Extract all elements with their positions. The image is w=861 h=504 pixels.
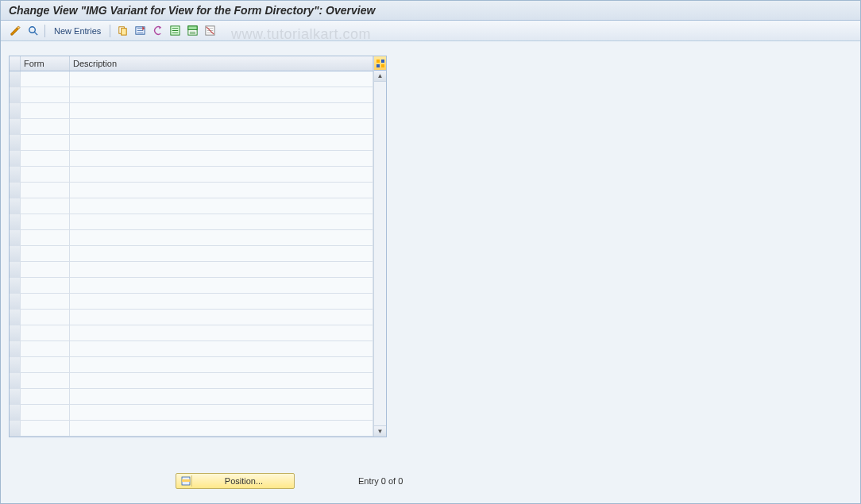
select-block-icon[interactable] xyxy=(184,24,200,38)
row-selector[interactable] xyxy=(10,71,21,87)
scroll-down-icon[interactable]: ▼ xyxy=(374,425,386,437)
table-row[interactable] xyxy=(10,357,373,373)
table-row[interactable] xyxy=(10,230,373,246)
table-row[interactable] xyxy=(10,278,373,294)
cell-description[interactable] xyxy=(70,103,373,118)
cell-description[interactable] xyxy=(70,421,373,436)
cell-description[interactable] xyxy=(70,198,373,214)
cell-form[interactable] xyxy=(21,183,70,198)
cell-form[interactable] xyxy=(21,214,70,229)
table-row[interactable] xyxy=(10,389,373,405)
row-selector[interactable] xyxy=(10,198,21,214)
cell-form[interactable] xyxy=(21,135,70,150)
cell-form[interactable] xyxy=(21,198,70,214)
cell-description[interactable] xyxy=(70,246,373,261)
cell-form[interactable] xyxy=(21,71,70,87)
cell-description[interactable] xyxy=(70,135,373,150)
cell-description[interactable] xyxy=(70,230,373,245)
row-selector[interactable] xyxy=(10,405,21,420)
table-row[interactable] xyxy=(10,198,373,214)
table-row[interactable] xyxy=(10,421,373,437)
row-selector[interactable] xyxy=(10,151,21,166)
other-view-icon[interactable] xyxy=(25,24,41,38)
table-row[interactable] xyxy=(10,373,373,389)
table-row[interactable] xyxy=(10,119,373,135)
delete-icon[interactable] xyxy=(132,24,148,38)
cell-description[interactable] xyxy=(70,151,373,166)
new-entries-button[interactable]: New Entries xyxy=(49,26,106,36)
row-selector[interactable] xyxy=(10,357,21,372)
cell-description[interactable] xyxy=(70,87,373,102)
row-selector[interactable] xyxy=(10,262,21,277)
table-row[interactable] xyxy=(10,262,373,278)
cell-form[interactable] xyxy=(21,262,70,277)
cell-description[interactable] xyxy=(70,325,373,340)
copy-as-icon[interactable] xyxy=(114,24,130,38)
cell-form[interactable] xyxy=(21,389,70,404)
table-row[interactable] xyxy=(10,341,373,357)
cell-form[interactable] xyxy=(21,341,70,356)
row-selector[interactable] xyxy=(10,119,21,134)
table-row[interactable] xyxy=(10,294,373,310)
table-row[interactable] xyxy=(10,103,373,119)
cell-description[interactable] xyxy=(70,262,373,277)
cell-description[interactable] xyxy=(70,405,373,420)
row-selector[interactable] xyxy=(10,230,21,245)
scroll-track[interactable] xyxy=(374,82,386,425)
cell-form[interactable] xyxy=(21,230,70,245)
undo-change-icon[interactable] xyxy=(149,24,165,38)
row-selector[interactable] xyxy=(10,183,21,198)
scroll-up-icon[interactable]: ▲ xyxy=(374,71,386,82)
cell-form[interactable] xyxy=(21,246,70,261)
cell-form[interactable] xyxy=(21,373,70,388)
cell-description[interactable] xyxy=(70,167,373,182)
cell-description[interactable] xyxy=(70,183,373,198)
row-selector[interactable] xyxy=(10,310,21,325)
column-header-selector[interactable] xyxy=(10,56,21,71)
table-row[interactable] xyxy=(10,87,373,103)
table-row[interactable] xyxy=(10,71,373,87)
position-button[interactable]: Position... xyxy=(176,473,295,489)
cell-description[interactable] xyxy=(70,278,373,293)
cell-description[interactable] xyxy=(70,357,373,372)
toggle-change-icon[interactable] xyxy=(7,24,23,38)
row-selector[interactable] xyxy=(10,167,21,182)
table-row[interactable] xyxy=(10,214,373,230)
row-selector[interactable] xyxy=(10,341,21,356)
table-row[interactable] xyxy=(10,310,373,325)
cell-form[interactable] xyxy=(21,310,70,325)
row-selector[interactable] xyxy=(10,246,21,261)
row-selector[interactable] xyxy=(10,135,21,150)
cell-form[interactable] xyxy=(21,278,70,293)
table-row[interactable] xyxy=(10,135,373,151)
cell-form[interactable] xyxy=(21,421,70,436)
cell-description[interactable] xyxy=(70,310,373,325)
cell-description[interactable] xyxy=(70,294,373,309)
table-row[interactable] xyxy=(10,246,373,262)
cell-form[interactable] xyxy=(21,103,70,118)
table-row[interactable] xyxy=(10,325,373,341)
vertical-scrollbar[interactable]: ▲ ▼ xyxy=(373,56,386,437)
table-settings-icon[interactable] xyxy=(374,56,386,71)
cell-form[interactable] xyxy=(21,87,70,102)
row-selector[interactable] xyxy=(10,214,21,229)
cell-description[interactable] xyxy=(70,373,373,388)
cell-form[interactable] xyxy=(21,119,70,134)
row-selector[interactable] xyxy=(10,294,21,309)
table-row[interactable] xyxy=(10,167,373,183)
cell-form[interactable] xyxy=(21,151,70,166)
deselect-all-icon[interactable] xyxy=(202,24,218,38)
row-selector[interactable] xyxy=(10,325,21,340)
cell-form[interactable] xyxy=(21,167,70,182)
column-header-form[interactable]: Form xyxy=(21,56,70,71)
row-selector[interactable] xyxy=(10,421,21,436)
select-all-icon[interactable] xyxy=(167,24,183,38)
row-selector[interactable] xyxy=(10,87,21,102)
cell-description[interactable] xyxy=(70,341,373,356)
cell-description[interactable] xyxy=(70,119,373,134)
cell-form[interactable] xyxy=(21,405,70,420)
row-selector[interactable] xyxy=(10,373,21,388)
cell-form[interactable] xyxy=(21,294,70,309)
cell-form[interactable] xyxy=(21,357,70,372)
table-row[interactable] xyxy=(10,151,373,167)
